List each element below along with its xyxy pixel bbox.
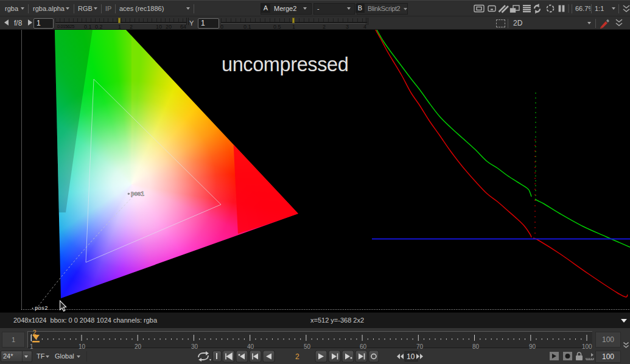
svg-text:pos1: pos1 xyxy=(131,191,144,197)
svg-text:pos2: pos2 xyxy=(35,306,48,312)
svg-text:2: 2 xyxy=(295,352,299,361)
svg-text:uncompressed: uncompressed xyxy=(222,54,348,75)
svg-text:10: 10 xyxy=(407,352,415,361)
